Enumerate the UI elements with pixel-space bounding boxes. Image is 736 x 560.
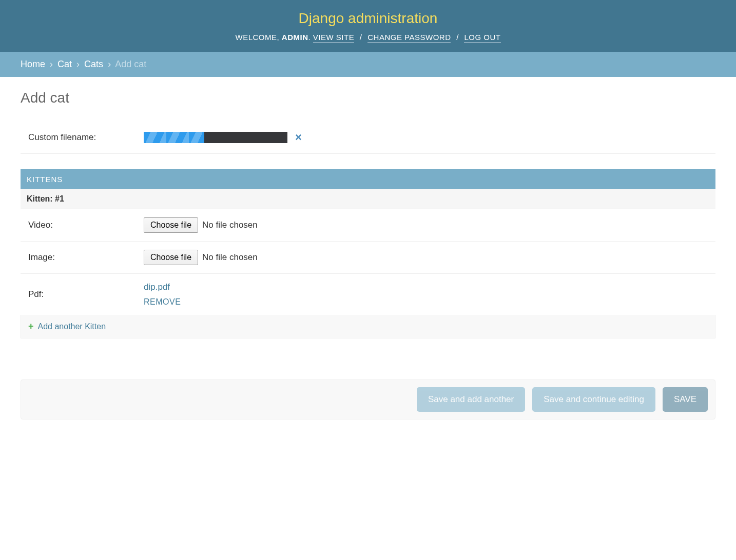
- content: Add cat Custom filename: × KITTENS Kitte…: [0, 77, 736, 440]
- save-continue-button[interactable]: Save and continue editing: [532, 387, 655, 412]
- image-choose-file-button[interactable]: Choose file: [144, 250, 198, 265]
- add-another-row[interactable]: + Add another Kitten: [21, 315, 715, 338]
- breadcrumb-sep: ›: [48, 59, 55, 69]
- progress-bar: [144, 132, 287, 143]
- pdf-remove-link[interactable]: REMOVE: [144, 297, 181, 307]
- view-site-link[interactable]: VIEW SITE: [313, 33, 354, 43]
- dot: .: [308, 33, 313, 42]
- breadcrumb-sep: ›: [106, 59, 113, 69]
- video-choose-file-button[interactable]: Choose file: [144, 217, 198, 233]
- save-add-another-button[interactable]: Save and add another: [417, 387, 525, 412]
- inline-item-header: Kitten: #1: [21, 189, 715, 209]
- inline-section-header: KITTENS: [21, 169, 715, 189]
- breadcrumb-current: Add cat: [115, 59, 146, 69]
- image-file-status: No file chosen: [202, 252, 258, 263]
- video-label: Video:: [28, 220, 144, 230]
- inline-kittens: KITTENS Kitten: #1 Video: Choose file No…: [21, 169, 715, 338]
- breadcrumb-sep: ›: [74, 59, 82, 69]
- site-title: Django administration: [21, 10, 715, 27]
- video-file-status: No file chosen: [202, 220, 258, 230]
- page-title: Add cat: [21, 90, 715, 106]
- breadcrumb: Home › Cat › Cats › Add cat: [0, 52, 736, 77]
- user-tools: WELCOME, ADMIN. VIEW SITE / CHANGE PASSW…: [21, 33, 715, 42]
- field-custom-filename: Custom filename: ×: [21, 122, 715, 154]
- breadcrumb-home[interactable]: Home: [21, 59, 45, 69]
- field-pdf: Pdf: dip.pdf REMOVE: [21, 274, 715, 315]
- cancel-upload-icon[interactable]: ×: [293, 131, 304, 144]
- progress-fill: [144, 132, 204, 143]
- separator: /: [451, 33, 464, 42]
- field-video: Video: Choose file No file chosen: [21, 209, 715, 242]
- log-out-link[interactable]: LOG OUT: [464, 33, 500, 43]
- breadcrumb-model[interactable]: Cats: [84, 59, 103, 69]
- pdf-label: Pdf:: [28, 289, 144, 299]
- breadcrumb-app[interactable]: Cat: [57, 59, 72, 69]
- change-password-link[interactable]: CHANGE PASSWORD: [367, 33, 451, 43]
- site-header: Django administration WELCOME, ADMIN. VI…: [0, 0, 736, 52]
- add-another-kitten-link[interactable]: Add another Kitten: [38, 322, 106, 331]
- custom-filename-label: Custom filename:: [28, 132, 144, 143]
- submit-row: Save and add another Save and continue e…: [21, 379, 715, 419]
- pdf-filename-link[interactable]: dip.pdf: [144, 282, 181, 292]
- upload-progress: ×: [144, 131, 304, 144]
- save-button[interactable]: SAVE: [663, 387, 708, 412]
- username: ADMIN: [282, 33, 308, 42]
- image-label: Image:: [28, 252, 144, 263]
- plus-icon: +: [28, 321, 34, 332]
- separator: /: [354, 33, 367, 42]
- field-image: Image: Choose file No file chosen: [21, 242, 715, 274]
- welcome-text: WELCOME,: [236, 33, 282, 42]
